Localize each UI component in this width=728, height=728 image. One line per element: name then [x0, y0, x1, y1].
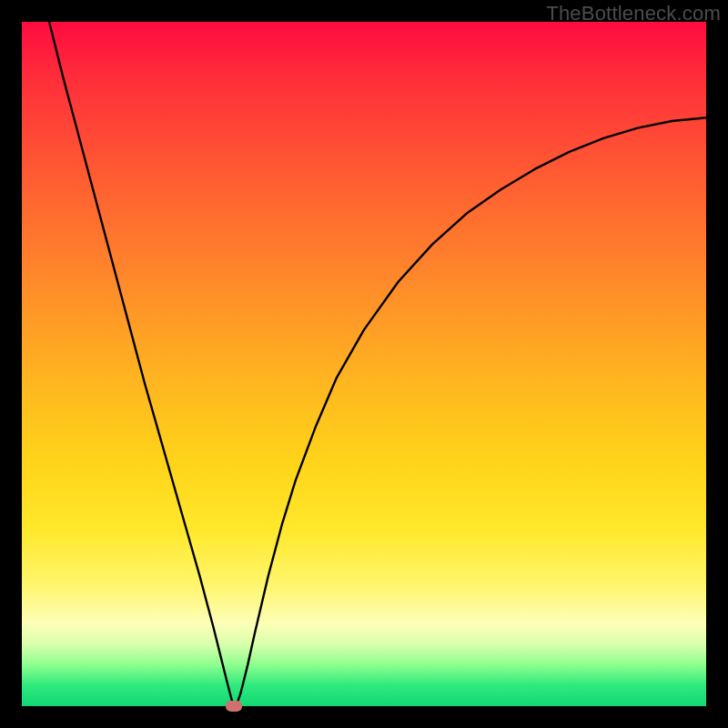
plot-area [22, 22, 706, 706]
chart-frame: TheBottleneck.com [0, 0, 728, 728]
optimum-marker [226, 701, 242, 712]
bottleneck-curve [49, 22, 706, 706]
curve-svg [22, 22, 706, 706]
